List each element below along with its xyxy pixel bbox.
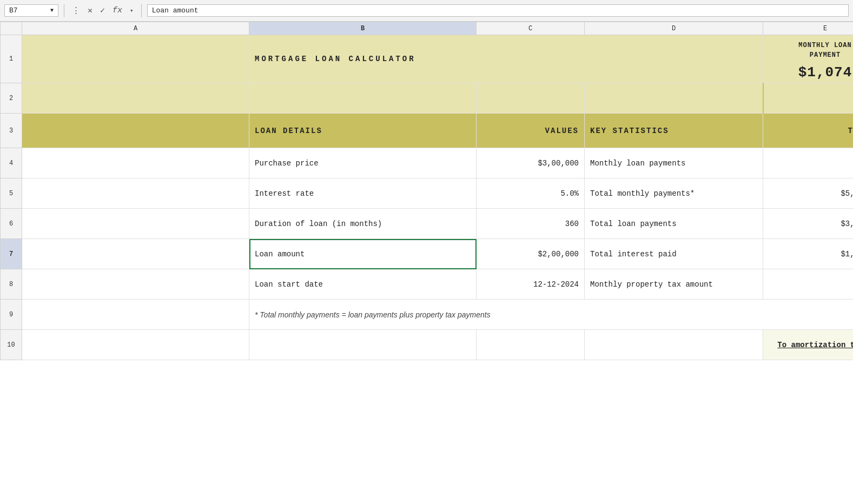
- column-header-row: A B C D E F: [1, 22, 854, 35]
- cell-d7-stat[interactable]: Total interest paid: [585, 239, 763, 269]
- formula-bar[interactable]: Loan amount: [147, 4, 849, 17]
- cell-c2[interactable]: [477, 83, 585, 114]
- cell-b7-loan-amount[interactable]: Loan amount: [249, 239, 477, 269]
- cell-a2[interactable]: [22, 83, 249, 114]
- col-header-c[interactable]: C: [477, 22, 585, 35]
- cell-a5[interactable]: [22, 178, 249, 209]
- cell-reference-box[interactable]: B7 ▼: [4, 4, 58, 17]
- cell-a6[interactable]: [22, 209, 249, 239]
- cell-c4-value[interactable]: $3,00,000: [477, 148, 585, 178]
- amortization-link-text[interactable]: To amortization table: [777, 341, 853, 349]
- cell-c7-value[interactable]: $2,00,000: [477, 239, 585, 269]
- cell-a7[interactable]: [22, 239, 249, 269]
- row-header-5[interactable]: 5: [1, 178, 22, 209]
- cell-a4[interactable]: [22, 148, 249, 178]
- spreadsheet-grid: A B C D E F 1 MORTGAGE LOAN CALCULATOR M…: [0, 22, 853, 360]
- row-4: 4 Purchase price $3,00,000 Monthly loan …: [1, 148, 854, 178]
- col-header-a[interactable]: A: [22, 22, 249, 35]
- cell-monthly-header: MONTHLY LOANPAYMENT $1,074: [763, 35, 854, 83]
- cell-a9[interactable]: [22, 300, 249, 330]
- cell-note[interactable]: * Total monthly payments = loan payments…: [249, 300, 854, 330]
- cell-d8-stat[interactable]: Monthly property tax amount: [585, 269, 763, 300]
- row-10: 10 To amortization table QXDR: [1, 330, 854, 360]
- more-options-icon[interactable]: ⋮: [70, 4, 82, 17]
- cell-e4-stat-val[interactable]: $1,074: [763, 148, 854, 178]
- cell-a3[interactable]: [22, 114, 249, 148]
- cancel-icon[interactable]: ✕: [85, 4, 95, 17]
- row-6: 6 Duration of loan (in months) 360 Total…: [1, 209, 854, 239]
- cell-b10[interactable]: [249, 330, 477, 360]
- cell-d2[interactable]: [585, 83, 763, 114]
- cell-key-stats-header[interactable]: KEY STATISTICS: [585, 114, 763, 148]
- row-3-headers: 3 LOAN DETAILS VALUES KEY STATISTICS TOT…: [1, 114, 854, 148]
- row-5: 5 Interest rate 5.0% Total monthly payme…: [1, 178, 854, 209]
- row-header-6[interactable]: 6: [1, 209, 22, 239]
- cell-c5-value[interactable]: 5.0%: [477, 178, 585, 209]
- cell-b2[interactable]: [249, 83, 477, 114]
- cell-c8-value[interactable]: 12-12-2024: [477, 269, 585, 300]
- row-header-4[interactable]: 4: [1, 148, 22, 178]
- monthly-payment-label: MONTHLY LOANPAYMENT: [769, 41, 853, 60]
- monthly-payment-value: $1,074: [769, 64, 853, 81]
- toolbar-separator: [64, 4, 64, 17]
- cell-b4-label[interactable]: Purchase price: [249, 148, 477, 178]
- toolbar-separator-2: [141, 4, 142, 17]
- cell-d4-stat[interactable]: Monthly loan payments: [585, 148, 763, 178]
- cell-title[interactable]: MORTGAGE LOAN CALCULATOR: [249, 35, 763, 83]
- expand-icon[interactable]: ▾: [128, 6, 136, 15]
- cell-d5-stat[interactable]: Total monthly payments*: [585, 178, 763, 209]
- row-header-9[interactable]: 9: [1, 300, 22, 330]
- row-header-10[interactable]: 10: [1, 330, 22, 360]
- dropdown-arrow-icon[interactable]: ▼: [50, 8, 54, 14]
- confirm-icon[interactable]: ✓: [98, 4, 107, 17]
- toolbar-icons: ⋮ ✕ ✓ fx ▾: [70, 4, 136, 17]
- grid-table: A B C D E F 1 MORTGAGE LOAN CALCULATOR M…: [0, 22, 853, 360]
- cell-amort-link[interactable]: To amortization table: [763, 330, 854, 360]
- col-header-b[interactable]: B: [249, 22, 477, 35]
- cell-e7-stat-val[interactable]: $1,85,679: [763, 239, 854, 269]
- cell-loan-details-header[interactable]: LOAN DETAILS: [249, 114, 477, 148]
- cell-e2[interactable]: [763, 83, 854, 114]
- cell-ref-text: B7: [9, 6, 18, 15]
- row-header-1[interactable]: 1: [1, 35, 22, 83]
- cell-a8[interactable]: [22, 269, 249, 300]
- row-header-2[interactable]: 2: [1, 83, 22, 114]
- cell-totals-header[interactable]: TOTALS: [763, 114, 854, 148]
- col-header-d[interactable]: D: [585, 22, 763, 35]
- cell-values-header[interactable]: VALUES: [477, 114, 585, 148]
- cell-c10[interactable]: [477, 330, 585, 360]
- toolbar: B7 ▼ ⋮ ✕ ✓ fx ▾ Loan amount: [0, 0, 853, 22]
- corner-cell: [1, 22, 22, 35]
- row-header-3[interactable]: 3: [1, 114, 22, 148]
- row-header-8[interactable]: 8: [1, 269, 22, 300]
- col-header-e[interactable]: E: [763, 22, 854, 35]
- cell-d10[interactable]: [585, 330, 763, 360]
- row-1: 1 MORTGAGE LOAN CALCULATOR MONTHLY LOANP…: [1, 35, 854, 83]
- cell-e5-stat-val[interactable]: $5,20,679: [763, 178, 854, 209]
- row-header-7[interactable]: 7: [1, 239, 22, 269]
- cell-a1[interactable]: [22, 35, 249, 83]
- row-9: 9 * Total monthly payments = loan paymen…: [1, 300, 854, 330]
- cell-c6-value[interactable]: 360: [477, 209, 585, 239]
- row-2-spacer: 2: [1, 83, 854, 114]
- row-7: 7 Loan amount $2,00,000 Total interest p…: [1, 239, 854, 269]
- cell-a10[interactable]: [22, 330, 249, 360]
- row-8: 8 Loan start date 12-12-2024 Monthly pro…: [1, 269, 854, 300]
- cell-b6-label[interactable]: Duration of loan (in months): [249, 209, 477, 239]
- cell-e8-stat-val[interactable]: $375 ◢: [763, 269, 854, 300]
- cell-b5-label[interactable]: Interest rate: [249, 178, 477, 209]
- cell-d6-stat[interactable]: Total loan payments: [585, 209, 763, 239]
- cell-b8-label[interactable]: Loan start date: [249, 269, 477, 300]
- fx-icon[interactable]: fx: [110, 5, 124, 16]
- cell-e6-stat-val[interactable]: $3,85,679: [763, 209, 854, 239]
